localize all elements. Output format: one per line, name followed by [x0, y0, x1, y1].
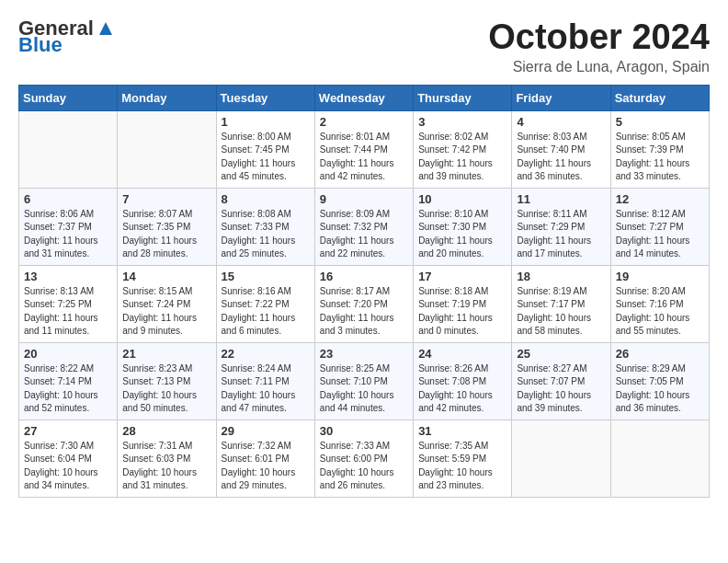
calendar-cell: 12Sunrise: 8:12 AMSunset: 7:27 PMDayligh… [610, 188, 709, 265]
calendar-cell [512, 419, 610, 497]
calendar-cell: 18Sunrise: 8:19 AMSunset: 7:17 PMDayligh… [512, 265, 610, 342]
day-info: Sunrise: 8:18 AMSunset: 7:19 PMDaylight:… [418, 285, 506, 339]
day-info: Sunrise: 8:11 AMSunset: 7:29 PMDaylight:… [517, 208, 605, 261]
calendar-cell: 2Sunrise: 8:01 AMSunset: 7:44 PMDaylight… [314, 110, 413, 188]
day-number: 29 [222, 424, 310, 438]
calendar-header-row: SundayMondayTuesdayWednesdayThursdayFrid… [19, 85, 710, 110]
day-info: Sunrise: 8:27 AMSunset: 7:07 PMDaylight:… [517, 362, 605, 416]
calendar-cell: 29Sunrise: 7:32 AMSunset: 6:01 PMDayligh… [216, 419, 314, 497]
day-info: Sunrise: 8:15 AMSunset: 7:24 PMDaylight:… [122, 285, 210, 339]
day-number: 1 [222, 115, 310, 129]
calendar-week-row: 20Sunrise: 8:22 AMSunset: 7:14 PMDayligh… [19, 342, 710, 419]
day-of-week-header: Sunday [19, 85, 118, 110]
day-of-week-header: Friday [512, 85, 610, 110]
calendar-cell: 11Sunrise: 8:11 AMSunset: 7:29 PMDayligh… [512, 188, 610, 265]
calendar-cell: 31Sunrise: 7:35 AMSunset: 5:59 PMDayligh… [414, 419, 512, 497]
day-info: Sunrise: 8:22 AMSunset: 7:14 PMDaylight:… [24, 362, 112, 416]
logo-blue: Blue [18, 35, 116, 55]
day-number: 25 [517, 347, 605, 361]
day-of-week-header: Thursday [414, 85, 512, 110]
day-number: 26 [616, 347, 704, 361]
day-number: 3 [418, 115, 506, 129]
calendar-cell [118, 110, 216, 188]
day-info: Sunrise: 8:09 AMSunset: 7:32 PMDaylight:… [320, 208, 408, 261]
location: Sierra de Luna, Aragon, Spain [488, 59, 710, 75]
day-info: Sunrise: 8:29 AMSunset: 7:05 PMDaylight:… [616, 362, 704, 416]
calendar-cell: 19Sunrise: 8:20 AMSunset: 7:16 PMDayligh… [610, 265, 709, 342]
day-info: Sunrise: 7:33 AMSunset: 6:00 PMDaylight:… [320, 440, 408, 493]
day-number: 23 [320, 347, 408, 361]
calendar-cell: 4Sunrise: 8:03 AMSunset: 7:40 PMDaylight… [512, 110, 610, 188]
logo: General Blue [18, 18, 116, 55]
calendar-week-row: 13Sunrise: 8:13 AMSunset: 7:25 PMDayligh… [19, 265, 710, 342]
day-info: Sunrise: 8:25 AMSunset: 7:10 PMDaylight:… [320, 362, 408, 416]
day-number: 11 [517, 192, 605, 206]
page-header: General Blue October 2024 Sierra de Luna… [18, 18, 710, 75]
calendar-cell: 22Sunrise: 8:24 AMSunset: 7:11 PMDayligh… [216, 342, 314, 419]
svg-marker-0 [99, 22, 112, 35]
day-info: Sunrise: 8:00 AMSunset: 7:45 PMDaylight:… [222, 131, 310, 184]
day-info: Sunrise: 8:08 AMSunset: 7:33 PMDaylight:… [222, 208, 310, 261]
day-info: Sunrise: 7:32 AMSunset: 6:01 PMDaylight:… [222, 440, 310, 493]
day-number: 24 [418, 347, 506, 361]
day-number: 13 [24, 270, 112, 283]
calendar-cell: 14Sunrise: 8:15 AMSunset: 7:24 PMDayligh… [118, 265, 216, 342]
calendar-cell [610, 419, 709, 497]
day-info: Sunrise: 8:06 AMSunset: 7:37 PMDaylight:… [24, 208, 112, 261]
calendar-cell: 27Sunrise: 7:30 AMSunset: 6:04 PMDayligh… [19, 419, 118, 497]
day-info: Sunrise: 8:03 AMSunset: 7:40 PMDaylight:… [517, 131, 605, 184]
day-number: 4 [517, 115, 605, 129]
calendar-cell: 8Sunrise: 8:08 AMSunset: 7:33 PMDaylight… [216, 188, 314, 265]
day-number: 2 [320, 115, 408, 129]
calendar-cell: 28Sunrise: 7:31 AMSunset: 6:03 PMDayligh… [118, 419, 216, 497]
day-number: 21 [122, 347, 210, 361]
day-number: 18 [517, 270, 605, 283]
day-info: Sunrise: 8:05 AMSunset: 7:39 PMDaylight:… [616, 131, 704, 184]
day-number: 28 [122, 424, 210, 438]
day-of-week-header: Saturday [610, 85, 709, 110]
day-info: Sunrise: 8:23 AMSunset: 7:13 PMDaylight:… [122, 362, 210, 416]
day-info: Sunrise: 8:26 AMSunset: 7:08 PMDaylight:… [418, 362, 506, 416]
day-number: 17 [418, 270, 506, 283]
day-number: 5 [616, 115, 704, 129]
day-info: Sunrise: 8:13 AMSunset: 7:25 PMDaylight:… [24, 285, 112, 339]
day-info: Sunrise: 8:24 AMSunset: 7:11 PMDaylight:… [222, 362, 310, 416]
day-number: 7 [122, 192, 210, 206]
day-info: Sunrise: 8:10 AMSunset: 7:30 PMDaylight:… [418, 208, 506, 261]
day-number: 31 [418, 424, 506, 438]
day-number: 27 [24, 424, 112, 438]
day-info: Sunrise: 8:12 AMSunset: 7:27 PMDaylight:… [616, 208, 704, 261]
day-of-week-header: Wednesday [314, 85, 413, 110]
day-number: 12 [616, 192, 704, 206]
day-of-week-header: Tuesday [216, 85, 314, 110]
day-info: Sunrise: 8:20 AMSunset: 7:16 PMDaylight:… [616, 285, 704, 339]
day-number: 10 [418, 192, 506, 206]
month-title: October 2024 [488, 18, 710, 57]
calendar-cell: 26Sunrise: 8:29 AMSunset: 7:05 PMDayligh… [610, 342, 709, 419]
calendar-cell: 30Sunrise: 7:33 AMSunset: 6:00 PMDayligh… [314, 419, 413, 497]
day-of-week-header: Monday [118, 85, 216, 110]
calendar-cell: 6Sunrise: 8:06 AMSunset: 7:37 PMDaylight… [19, 188, 118, 265]
day-info: Sunrise: 8:17 AMSunset: 7:20 PMDaylight:… [320, 285, 408, 339]
calendar-cell: 3Sunrise: 8:02 AMSunset: 7:42 PMDaylight… [414, 110, 512, 188]
day-number: 9 [320, 192, 408, 206]
calendar-cell: 21Sunrise: 8:23 AMSunset: 7:13 PMDayligh… [118, 342, 216, 419]
calendar-cell: 25Sunrise: 8:27 AMSunset: 7:07 PMDayligh… [512, 342, 610, 419]
title-section: October 2024 Sierra de Luna, Aragon, Spa… [488, 18, 710, 75]
day-number: 8 [222, 192, 310, 206]
day-number: 6 [24, 192, 112, 206]
calendar-cell: 20Sunrise: 8:22 AMSunset: 7:14 PMDayligh… [19, 342, 118, 419]
day-info: Sunrise: 8:02 AMSunset: 7:42 PMDaylight:… [418, 131, 506, 184]
day-info: Sunrise: 7:31 AMSunset: 6:03 PMDaylight:… [122, 440, 210, 493]
calendar-cell: 5Sunrise: 8:05 AMSunset: 7:39 PMDaylight… [610, 110, 709, 188]
day-number: 19 [616, 270, 704, 283]
day-number: 15 [222, 270, 310, 283]
day-number: 22 [222, 347, 310, 361]
day-number: 30 [320, 424, 408, 438]
calendar-cell: 17Sunrise: 8:18 AMSunset: 7:19 PMDayligh… [414, 265, 512, 342]
calendar-cell: 7Sunrise: 8:07 AMSunset: 7:35 PMDaylight… [118, 188, 216, 265]
day-number: 20 [24, 347, 112, 361]
calendar-cell: 23Sunrise: 8:25 AMSunset: 7:10 PMDayligh… [314, 342, 413, 419]
calendar-cell: 9Sunrise: 8:09 AMSunset: 7:32 PMDaylight… [314, 188, 413, 265]
calendar-week-row: 1Sunrise: 8:00 AMSunset: 7:45 PMDaylight… [19, 110, 710, 188]
